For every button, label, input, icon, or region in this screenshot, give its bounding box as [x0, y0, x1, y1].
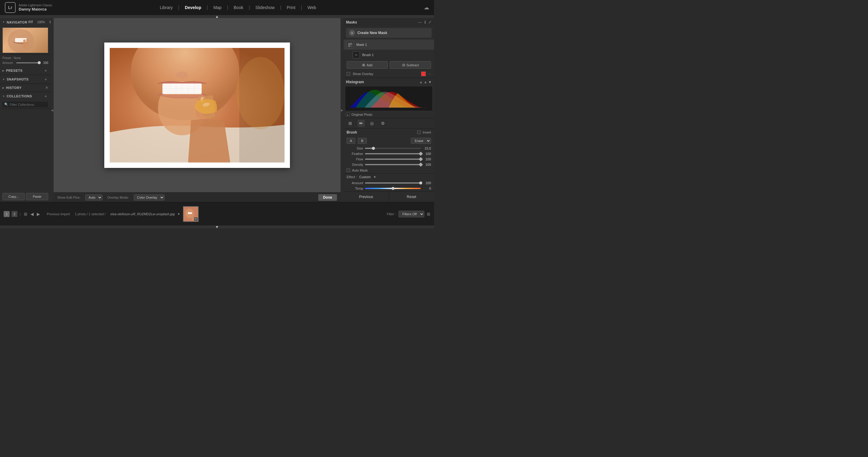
effect-dropdown-icon[interactable]: ▼ — [373, 175, 376, 179]
filmstrip-grid-icon[interactable]: ⊞ — [427, 212, 430, 216]
overlay-color-swatch[interactable] — [421, 71, 426, 76]
snapshots-header[interactable]: ▼ Snapshots + — [0, 75, 51, 84]
nav-library[interactable]: Library — [156, 3, 177, 12]
collections-add-btn[interactable]: + — [43, 94, 48, 98]
effect-value[interactable]: Custom — [359, 175, 371, 179]
settings-icon-btn[interactable]: ⚙ — [379, 120, 386, 127]
filmstrip-filename[interactable]: elsa-olofsson-uR_RU2MD2Lw-unsplash.jpg — [110, 212, 175, 216]
invert-checkbox[interactable] — [417, 130, 421, 134]
histogram-warning-right[interactable]: ▲ — [424, 80, 427, 84]
filmstrip-page1[interactable]: 1 — [4, 211, 10, 217]
filter-select[interactable]: Filters Off — [398, 211, 424, 217]
nav-print[interactable]: Print — [282, 3, 300, 12]
svg-point-15 — [176, 71, 188, 79]
flow-value: 100 — [423, 157, 431, 161]
histogram-warning-left[interactable]: ▲ — [419, 80, 423, 84]
nav-map[interactable]: Map — [209, 3, 226, 12]
size-slider[interactable] — [365, 148, 421, 149]
collections-header[interactable]: ▼ Collections + — [0, 92, 51, 100]
feather-slider[interactable] — [365, 153, 421, 154]
auto-mask-checkbox[interactable] — [347, 169, 350, 172]
overlay-mode-select[interactable]: Color Overlay — [134, 194, 164, 201]
paste-button[interactable]: Paste — [26, 193, 48, 200]
brush-title: Brush — [347, 130, 357, 134]
history-triangle: ▶ — [2, 87, 4, 89]
done-button[interactable]: Done — [318, 194, 337, 201]
overlay-more-btn[interactable]: ··· — [428, 72, 431, 76]
preset-area: Preset : None Amount 100 — [0, 55, 51, 66]
amount-brush-label: Amount — [347, 181, 363, 185]
temp-slider[interactable] — [365, 188, 421, 189]
masks-info-icon[interactable]: ℹ — [424, 20, 426, 24]
main-nav: Library | Develop | Map | Book | Slidesh… — [156, 3, 320, 12]
mask1-name: Mask 1 — [356, 43, 367, 47]
left-collapse-btn[interactable]: ◀ — [51, 18, 54, 202]
filmstrip-controls: 1 2 | ⊞ ◀ ▶ — [4, 211, 41, 217]
masks-expand-icon[interactable]: ⤢ — [428, 20, 432, 24]
photo-canvas — [54, 18, 341, 192]
history-header[interactable]: ▶ History ✕ — [0, 84, 51, 92]
history-close-btn[interactable]: ✕ — [45, 86, 48, 90]
histogram-header: Histogram ▲ ▲ ▼ — [344, 78, 434, 86]
collapse-bottom-btn[interactable]: ▼ — [0, 225, 434, 228]
collections-filter-input[interactable] — [10, 103, 46, 106]
brush-icon-btn[interactable]: ✏ — [358, 120, 365, 127]
nav-book[interactable]: Book — [229, 3, 247, 12]
erase-select[interactable]: Erase — [411, 138, 431, 144]
right-collapse-btn[interactable]: ▶ — [341, 18, 344, 202]
feather-label: Feather — [347, 152, 363, 156]
user-name-label: Danny Maiorca — [19, 7, 52, 11]
density-label: Density — [347, 163, 363, 166]
filmstrip-grid-btn[interactable]: ⊞ — [23, 211, 28, 217]
create-new-mask-btn[interactable]: + Create New Mask — [346, 28, 432, 38]
filmstrip-page2[interactable]: 2 — [11, 211, 18, 217]
svg-point-19 — [236, 57, 284, 129]
navigator-preview — [2, 27, 48, 53]
effect-label: Effect : — [347, 175, 357, 179]
overlay-checkbox[interactable] — [347, 72, 350, 76]
right-panel: Masks — ℹ ⤢ + Create New Mask — [344, 18, 434, 202]
flow-row: Flow 100 — [344, 156, 434, 162]
amount-brush-slider[interactable] — [365, 182, 421, 184]
filmstrip-thumbnail-1[interactable]: ✏ — [183, 206, 198, 222]
histogram-chart — [345, 87, 432, 111]
create-mask-label: Create New Mask — [358, 31, 387, 35]
copy-button[interactable]: Copy... — [2, 193, 25, 200]
histogram-expand-btn[interactable]: ▼ — [428, 80, 432, 84]
filmstrip-prev-arrow[interactable]: ◀ — [30, 211, 34, 217]
nav-web[interactable]: Web — [303, 3, 320, 12]
filmstrip-filename-dropdown[interactable]: ▼ — [177, 212, 181, 216]
reset-button[interactable]: Reset — [389, 192, 434, 202]
top-bar-right: ☁ — [424, 4, 429, 11]
mask1-item[interactable]: Mask 1 — [344, 39, 434, 50]
nav-develop[interactable]: Develop — [181, 3, 205, 12]
zoom-100-btn[interactable]: 100% — [36, 20, 46, 24]
filmstrip-source: Previous Import — [47, 212, 70, 216]
zoom-fit-btn[interactable]: FIT — [27, 20, 34, 24]
zoom-300-btn[interactable]: 300% — [48, 20, 51, 24]
previous-button[interactable]: Previous — [344, 192, 389, 202]
flow-slider[interactable] — [365, 158, 421, 160]
show-edit-pins-select[interactable]: Auto — [85, 194, 102, 201]
preset-label: Preset : None — [2, 56, 48, 60]
cloud-icon[interactable]: ☁ — [424, 4, 429, 11]
navigator-header[interactable]: ▼ Navigator FIT 100% 300% — [0, 18, 51, 26]
crop-icon-btn[interactable]: ⊞ — [347, 120, 354, 127]
mask-add-btn[interactable]: ⊕ Add — [347, 61, 388, 69]
density-slider[interactable] — [365, 164, 421, 165]
masks-minus-icon[interactable]: — — [418, 20, 422, 24]
presets-add-btn[interactable]: + — [43, 68, 48, 73]
collapse-top-btn[interactable]: ▲ — [0, 15, 434, 18]
filmstrip-next-arrow[interactable]: ▶ — [36, 211, 41, 217]
brush1-item[interactable]: ✏ Brush 1 — [344, 50, 434, 60]
healing-icon-btn[interactable]: ◎ — [368, 120, 375, 127]
nav-slideshow[interactable]: Slideshow — [251, 3, 279, 12]
main-photo — [110, 48, 284, 162]
amount-slider[interactable] — [16, 61, 39, 64]
presets-header[interactable]: ▶ Presets + — [0, 66, 51, 75]
subtract-icon: ⊖ — [402, 63, 405, 67]
snapshots-add-btn[interactable]: + — [43, 77, 48, 82]
mask-subtract-btn[interactable]: ⊖ Subtract — [390, 61, 431, 69]
a-button[interactable]: A — [347, 138, 355, 144]
b-button[interactable]: B — [358, 138, 367, 144]
